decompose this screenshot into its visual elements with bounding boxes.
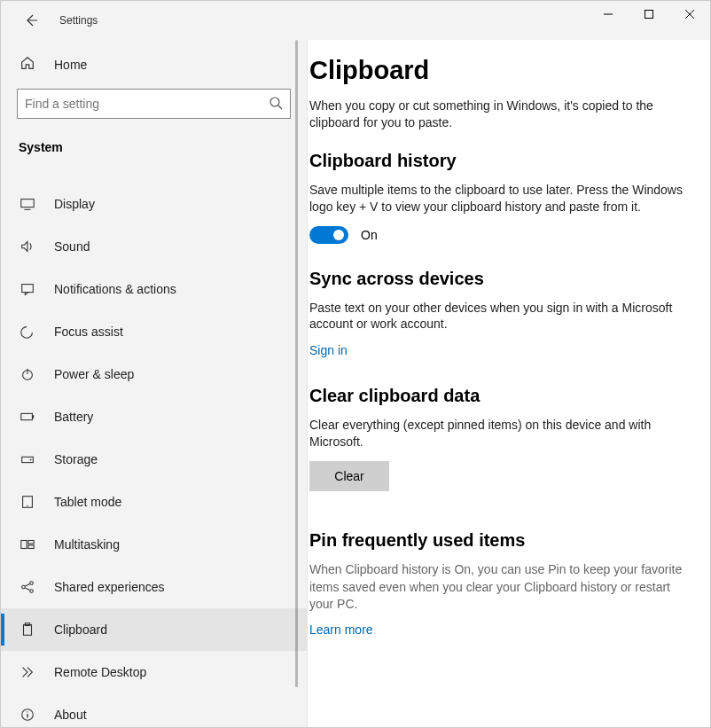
sidebar-item-power-sleep[interactable]: Power & sleep <box>1 353 307 395</box>
about-icon <box>19 706 36 724</box>
sidebar-item-display[interactable]: Display <box>1 183 307 225</box>
sidebar-item-label: Power & sleep <box>54 367 134 381</box>
svg-rect-1 <box>645 11 653 19</box>
close-button[interactable] <box>669 1 710 27</box>
clear-text: Clear everything (except pinned items) o… <box>309 417 689 450</box>
search-icon <box>269 96 283 113</box>
focus-icon <box>19 323 36 341</box>
sidebar-item-label: About <box>54 708 87 722</box>
history-heading: Clipboard history <box>309 151 689 171</box>
sidebar-scrollbar[interactable] <box>295 40 298 687</box>
sidebar-item-label: Shared experiences <box>54 580 165 594</box>
svg-point-20 <box>22 585 26 589</box>
settings-window: Settings Home <box>0 0 711 728</box>
svg-point-4 <box>270 98 279 106</box>
pin-text: When Clipboard history is On, you can us… <box>309 561 689 614</box>
page-title: Clipboard <box>309 56 689 85</box>
page-intro: When you copy or cut something in Window… <box>309 98 689 131</box>
pin-heading: Pin frequently used items <box>309 530 689 551</box>
storage-icon <box>19 450 36 468</box>
sign-in-link[interactable]: Sign in <box>309 343 348 357</box>
home-label: Home <box>54 58 87 72</box>
learn-more-link[interactable]: Learn more <box>309 622 373 637</box>
svg-point-14 <box>30 459 32 461</box>
history-toggle-state: On <box>361 228 378 242</box>
window-title: Settings <box>59 14 98 27</box>
svg-rect-11 <box>21 414 33 420</box>
sidebar-item-battery[interactable]: Battery <box>1 395 307 438</box>
sidebar-item-label: Remote Desktop <box>54 665 146 679</box>
clipboard-icon <box>19 621 36 638</box>
sync-text: Paste text on your other devices when yo… <box>309 300 689 333</box>
sidebar-item-label: Notifications & actions <box>54 282 176 296</box>
svg-rect-12 <box>32 415 34 419</box>
display-icon <box>19 195 36 213</box>
svg-rect-17 <box>21 541 27 549</box>
shared-icon <box>19 578 36 596</box>
notifications-icon <box>19 280 36 298</box>
clear-heading: Clear clipboard data <box>309 386 689 406</box>
toggle-knob <box>333 230 344 240</box>
sidebar-item-label: Battery <box>54 410 93 424</box>
nav-list: Display Sound Notifications & actions Fo… <box>1 183 307 727</box>
back-button[interactable] <box>19 8 43 33</box>
sidebar-item-remote-desktop[interactable]: Remote Desktop <box>1 651 307 693</box>
search-input[interactable] <box>25 97 269 111</box>
svg-rect-25 <box>24 625 32 636</box>
sidebar-item-about[interactable]: About <box>1 693 307 727</box>
titlebar-left: Settings <box>1 1 308 40</box>
svg-rect-6 <box>21 200 34 207</box>
remote-icon <box>19 663 36 681</box>
sidebar-item-notifications[interactable]: Notifications & actions <box>1 268 307 310</box>
sidebar-item-label: Focus assist <box>54 325 123 339</box>
sidebar-item-label: Sound <box>54 239 90 254</box>
content-area: Clipboard When you copy or cut something… <box>308 40 710 727</box>
maximize-icon <box>645 10 653 19</box>
svg-rect-19 <box>28 545 34 549</box>
svg-point-16 <box>27 505 27 506</box>
sidebar-item-tablet-mode[interactable]: Tablet mode <box>1 481 307 523</box>
home-icon <box>19 55 36 74</box>
history-toggle-row: On <box>309 226 689 244</box>
minimize-icon <box>604 10 613 19</box>
sidebar-item-storage[interactable]: Storage <box>1 438 307 481</box>
svg-point-21 <box>30 582 34 585</box>
sidebar-item-multitasking[interactable]: Multitasking <box>1 523 307 566</box>
svg-rect-8 <box>22 285 34 293</box>
svg-point-22 <box>30 590 34 593</box>
arrow-left-icon <box>24 13 38 27</box>
sidebar-item-label: Tablet mode <box>54 495 121 509</box>
category-header: System <box>1 128 307 160</box>
sound-icon <box>19 238 36 255</box>
svg-point-29 <box>27 711 27 712</box>
sync-heading: Sync across devices <box>309 269 689 289</box>
search-box[interactable] <box>17 89 291 119</box>
maximize-button[interactable] <box>629 1 669 27</box>
sidebar-item-label: Storage <box>54 452 98 466</box>
history-toggle[interactable] <box>309 226 348 244</box>
sidebar-item-label: Multitasking <box>54 537 120 552</box>
sidebar-item-sound[interactable]: Sound <box>1 225 307 268</box>
svg-line-5 <box>278 106 282 109</box>
svg-line-23 <box>25 584 29 587</box>
sidebar-item-label: Clipboard <box>54 622 107 637</box>
sidebar-item-clipboard[interactable]: Clipboard <box>1 608 307 651</box>
multitasking-icon <box>19 536 36 553</box>
clear-button[interactable]: Clear <box>309 461 389 491</box>
minimize-button[interactable] <box>588 1 629 27</box>
sidebar: Home System Display Sound <box>1 40 308 727</box>
sidebar-item-shared-experiences[interactable]: Shared experiences <box>1 566 307 608</box>
titlebar: Settings <box>1 1 710 40</box>
window-controls <box>588 1 710 27</box>
history-text: Save multiple items to the clipboard to … <box>309 182 689 215</box>
sidebar-item-label: Display <box>54 197 95 211</box>
home-nav[interactable]: Home <box>1 45 307 83</box>
battery-icon <box>19 408 36 426</box>
tablet-icon <box>19 493 36 511</box>
svg-line-24 <box>25 588 29 591</box>
power-icon <box>19 365 36 383</box>
sidebar-item-focus-assist[interactable]: Focus assist <box>1 310 307 353</box>
svg-rect-18 <box>28 541 34 544</box>
close-icon <box>685 10 694 19</box>
